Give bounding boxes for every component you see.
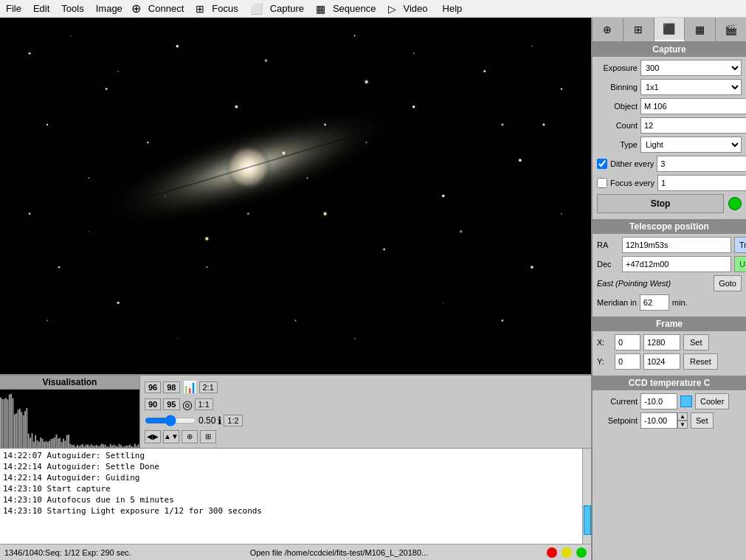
rt-btn-crosshair[interactable]: ⊕ bbox=[593, 18, 624, 41]
menu-help[interactable]: Help bbox=[437, 1, 469, 15]
goto-button[interactable]: Goto bbox=[714, 275, 742, 291]
type-row: Type Light Dark Flat Bias bbox=[597, 136, 742, 153]
rt-btn-capture[interactable]: ⬛ bbox=[655, 18, 685, 41]
binning-select[interactable]: 1x1 2x2 3x3 bbox=[640, 79, 742, 95]
log-scrollbar[interactable] bbox=[582, 449, 591, 544]
frame-y-input[interactable] bbox=[615, 353, 640, 370]
count-input[interactable] bbox=[640, 117, 746, 134]
frame-x2-input[interactable] bbox=[643, 334, 680, 350]
dither-row: Dither every ▲ ▼ bbox=[597, 156, 742, 172]
frame-x-input[interactable] bbox=[615, 334, 640, 350]
meridian-row: Meridian in min. bbox=[597, 294, 742, 311]
frame-y2-input[interactable] bbox=[643, 353, 680, 370]
ccd-setpoint-label: Setpoint bbox=[597, 416, 638, 425]
ra-input[interactable] bbox=[622, 237, 731, 253]
hist-icon: 📊 bbox=[182, 380, 197, 394]
stop-button[interactable]: Stop bbox=[597, 194, 724, 213]
status-seq: Seq: 1/12 Exp: 290 sec. bbox=[45, 548, 131, 557]
frame-x-row: X: Set bbox=[597, 334, 742, 350]
vis-ratio-2-1[interactable]: 2:1 bbox=[199, 381, 218, 393]
vis-slider-value: 0.50 bbox=[198, 415, 215, 426]
galaxy-canvas bbox=[0, 18, 591, 374]
status-bar: 1346/1040: Seq: 1/12 Exp: 290 sec. Open … bbox=[0, 544, 591, 560]
vis-btn-96[interactable]: 96 bbox=[145, 381, 161, 393]
frame-set-button[interactable]: Set bbox=[683, 334, 709, 350]
east-label: East (Pointing West) bbox=[597, 279, 711, 288]
status-dot-green bbox=[576, 547, 587, 558]
ccd-setpoint-up[interactable]: ▲ bbox=[677, 412, 688, 421]
dec-row: Dec Unbarked bbox=[597, 256, 742, 272]
vis-ratio-1-2[interactable]: 1:2 bbox=[224, 415, 242, 426]
menu-focus[interactable]: Focus bbox=[206, 1, 244, 15]
rt-btn-grid[interactable]: ⊞ bbox=[624, 18, 655, 41]
focus-checkbox[interactable] bbox=[597, 178, 607, 188]
dither-checkbox[interactable] bbox=[597, 159, 607, 169]
menu-video[interactable]: Video bbox=[398, 1, 434, 15]
frame-y-row: Y: Reset bbox=[597, 353, 742, 370]
vis-btn-95[interactable]: 95 bbox=[163, 398, 179, 410]
dec-input[interactable] bbox=[622, 256, 731, 272]
menu-image[interactable]: Image bbox=[90, 1, 128, 15]
vis-expand[interactable]: ⊞ bbox=[200, 430, 216, 443]
object-input[interactable] bbox=[640, 98, 746, 114]
log-scroll-thumb[interactable] bbox=[584, 505, 591, 535]
unparked-button[interactable]: Unbarked bbox=[734, 256, 746, 272]
capture-status-dot bbox=[728, 197, 742, 210]
menu-edit[interactable]: Edit bbox=[27, 1, 55, 15]
focus-input[interactable] bbox=[657, 175, 746, 191]
ccd-current-input[interactable] bbox=[640, 393, 677, 409]
vis-cross[interactable]: ⊕ bbox=[182, 430, 198, 443]
stop-row: Stop bbox=[597, 194, 742, 213]
vis-btn-90[interactable]: 90 bbox=[145, 398, 161, 410]
vis-arrow-up-down[interactable]: ▲▼ bbox=[163, 430, 179, 443]
rt-btn-video[interactable]: 🎬 bbox=[716, 18, 746, 41]
ccd-set-button[interactable]: Set bbox=[691, 412, 714, 429]
exposure-label: Exposure bbox=[597, 63, 638, 72]
log-content: 14:22:07 Autoguider: Settling14:22:14 Au… bbox=[0, 449, 582, 544]
menu-sequence[interactable]: Sequence bbox=[327, 1, 382, 15]
meridian-unit: min. bbox=[672, 298, 688, 307]
ccd-section-body: Current Cooler Setpoint ▲ ▼ Set bbox=[593, 390, 746, 435]
meridian-label: Meridian in bbox=[597, 298, 637, 307]
menu-connect[interactable]: Connect bbox=[142, 1, 190, 15]
vis-arrow-left[interactable]: ◀▶ bbox=[145, 430, 161, 443]
focus-row: Focus every ▲ ▼ bbox=[597, 175, 742, 191]
binning-row: Binning 1x1 2x2 3x3 bbox=[597, 79, 742, 95]
log-line: 14:23:10 Start capture bbox=[3, 483, 579, 494]
ccd-cooler-button[interactable]: Cooler bbox=[695, 393, 729, 409]
ccd-setpoint-down[interactable]: ▼ bbox=[677, 421, 688, 429]
info-icon: ℹ bbox=[218, 415, 221, 426]
rt-btn-sequence[interactable]: ▦ bbox=[685, 18, 716, 41]
ra-row: RA Track bbox=[597, 237, 742, 253]
meridian-input[interactable] bbox=[640, 294, 669, 311]
vis-btn-98[interactable]: 98 bbox=[163, 381, 179, 393]
track-button[interactable]: Track bbox=[734, 237, 746, 253]
ccd-setpoint-input[interactable] bbox=[640, 412, 677, 429]
log-area: 14:22:07 Autoguider: Settling14:22:14 Au… bbox=[0, 448, 591, 544]
dither-input[interactable] bbox=[657, 156, 746, 172]
ccd-setpoint-spinner-btns: ▲ ▼ bbox=[677, 412, 688, 429]
type-select[interactable]: Light Dark Flat Bias bbox=[640, 136, 742, 153]
ccd-current-label: Current bbox=[597, 397, 638, 406]
vis-slider[interactable] bbox=[145, 415, 196, 426]
visualisation-bar: Visualisation 96 98 📊 2:1 90 95 ◎ 1:1 bbox=[0, 374, 591, 448]
frame-reset-button[interactable]: Reset bbox=[683, 353, 718, 370]
menu-tools[interactable]: Tools bbox=[55, 1, 89, 15]
menu-file[interactable]: File bbox=[0, 1, 27, 15]
vis-ratio-1-1[interactable]: 1:1 bbox=[195, 398, 213, 410]
focus-label: Focus every bbox=[610, 179, 655, 187]
exposure-row: Exposure 300 60 120 600 bbox=[597, 60, 742, 76]
ra-label: RA bbox=[597, 241, 619, 249]
main-layout: Visualisation 96 98 📊 2:1 90 95 ◎ 1:1 bbox=[0, 18, 746, 560]
binning-label: Binning bbox=[597, 83, 638, 91]
status-dot-yellow bbox=[562, 547, 572, 558]
count-label: Count bbox=[597, 121, 638, 130]
log-line: 14:22:14 Autoguider: Settle Done bbox=[3, 461, 579, 472]
dec-label: Dec bbox=[597, 260, 619, 269]
log-line: 14:22:14 Autoguider: Guiding bbox=[3, 472, 579, 483]
menu-capture[interactable]: Capture bbox=[264, 1, 310, 15]
frame-section-header: Frame bbox=[593, 317, 746, 331]
exposure-select[interactable]: 300 60 120 600 bbox=[640, 60, 742, 76]
object-label: Object bbox=[597, 102, 638, 111]
status-dot-red bbox=[547, 547, 557, 558]
